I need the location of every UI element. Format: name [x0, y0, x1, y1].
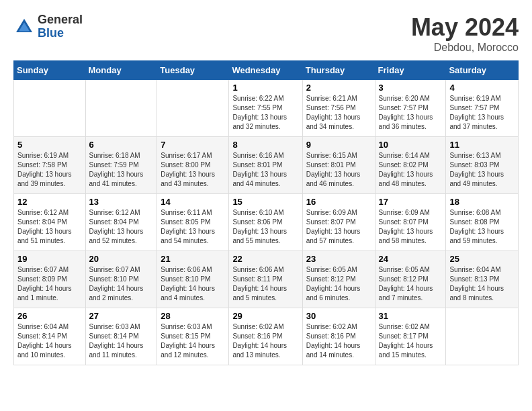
- day-number: 13: [89, 197, 154, 207]
- calendar-cell: 27Sunrise: 6:03 AMSunset: 8:14 PMDayligh…: [85, 308, 157, 365]
- weekday-header-sunday: Sunday: [14, 61, 86, 80]
- calendar-cell: 8Sunrise: 6:16 AMSunset: 8:01 PMDaylight…: [229, 137, 302, 194]
- calendar-cell: 28Sunrise: 6:03 AMSunset: 8:15 PMDayligh…: [157, 308, 229, 365]
- day-info: Sunrise: 6:03 AMSunset: 8:14 PMDaylight:…: [89, 322, 154, 360]
- logo: General Blue: [13, 13, 83, 40]
- title-block: May 2024 Debdou, Morocco: [411, 13, 519, 54]
- calendar-cell: 12Sunrise: 6:12 AMSunset: 8:04 PMDayligh…: [14, 194, 86, 251]
- logo-blue-text: Blue: [38, 27, 83, 40]
- calendar-cell: 3Sunrise: 6:20 AMSunset: 7:57 PMDaylight…: [375, 80, 446, 137]
- day-info: Sunrise: 6:07 AMSunset: 8:10 PMDaylight:…: [89, 265, 154, 303]
- day-number: 26: [17, 311, 82, 321]
- calendar-cell: 7Sunrise: 6:17 AMSunset: 8:00 PMDaylight…: [157, 137, 229, 194]
- day-info: Sunrise: 6:12 AMSunset: 8:04 PMDaylight:…: [89, 208, 154, 246]
- day-info: Sunrise: 6:15 AMSunset: 8:01 PMDaylight:…: [306, 151, 371, 189]
- day-number: 1: [232, 83, 298, 93]
- calendar-table: SundayMondayTuesdayWednesdayThursdayFrid…: [13, 60, 519, 365]
- calendar-week-row: 5Sunrise: 6:19 AMSunset: 7:58 PMDaylight…: [14, 137, 519, 194]
- day-info: Sunrise: 6:05 AMSunset: 8:12 PMDaylight:…: [379, 265, 443, 303]
- day-number: 18: [449, 197, 515, 207]
- day-number: 23: [306, 254, 371, 264]
- calendar-cell: 4Sunrise: 6:19 AMSunset: 7:57 PMDaylight…: [446, 80, 519, 137]
- day-info: Sunrise: 6:05 AMSunset: 8:12 PMDaylight:…: [306, 265, 371, 303]
- day-info: Sunrise: 6:22 AMSunset: 7:55 PMDaylight:…: [232, 94, 298, 132]
- day-info: Sunrise: 6:08 AMSunset: 8:08 PMDaylight:…: [449, 208, 515, 246]
- day-number: 25: [449, 254, 515, 264]
- day-number: 9: [306, 140, 371, 150]
- day-info: Sunrise: 6:18 AMSunset: 7:59 PMDaylight:…: [89, 151, 154, 189]
- calendar-cell: 13Sunrise: 6:12 AMSunset: 8:04 PMDayligh…: [85, 194, 157, 251]
- day-number: 15: [232, 197, 298, 207]
- day-number: 17: [379, 197, 443, 207]
- day-info: Sunrise: 6:16 AMSunset: 8:01 PMDaylight:…: [232, 151, 298, 189]
- day-info: Sunrise: 6:09 AMSunset: 8:07 PMDaylight:…: [379, 208, 443, 246]
- logo-general-text: General: [38, 13, 83, 27]
- calendar-week-row: 12Sunrise: 6:12 AMSunset: 8:04 PMDayligh…: [14, 194, 519, 251]
- day-info: Sunrise: 6:07 AMSunset: 8:09 PMDaylight:…: [17, 265, 82, 303]
- day-info: Sunrise: 6:17 AMSunset: 8:00 PMDaylight:…: [161, 151, 225, 189]
- weekday-header-monday: Monday: [85, 61, 157, 80]
- day-info: Sunrise: 6:20 AMSunset: 7:57 PMDaylight:…: [379, 94, 443, 132]
- calendar-cell: 16Sunrise: 6:09 AMSunset: 8:07 PMDayligh…: [302, 194, 375, 251]
- day-info: Sunrise: 6:02 AMSunset: 8:16 PMDaylight:…: [306, 322, 371, 360]
- day-info: Sunrise: 6:06 AMSunset: 8:10 PMDaylight:…: [161, 265, 225, 303]
- day-info: Sunrise: 6:04 AMSunset: 8:14 PMDaylight:…: [17, 322, 82, 360]
- day-number: 30: [306, 311, 371, 321]
- day-info: Sunrise: 6:06 AMSunset: 8:11 PMDaylight:…: [232, 265, 298, 303]
- calendar-week-row: 1Sunrise: 6:22 AMSunset: 7:55 PMDaylight…: [14, 80, 519, 137]
- day-info: Sunrise: 6:12 AMSunset: 8:04 PMDaylight:…: [17, 208, 82, 246]
- calendar-cell: 18Sunrise: 6:08 AMSunset: 8:08 PMDayligh…: [446, 194, 519, 251]
- day-info: Sunrise: 6:14 AMSunset: 8:02 PMDaylight:…: [379, 151, 443, 189]
- day-number: 2: [306, 83, 371, 93]
- calendar-cell: [14, 80, 86, 137]
- day-number: 28: [161, 311, 225, 321]
- day-number: 3: [379, 83, 443, 93]
- day-number: 5: [17, 140, 82, 150]
- calendar-cell: 22Sunrise: 6:06 AMSunset: 8:11 PMDayligh…: [229, 251, 302, 308]
- day-info: Sunrise: 6:13 AMSunset: 8:03 PMDaylight:…: [449, 151, 515, 189]
- day-info: Sunrise: 6:19 AMSunset: 7:58 PMDaylight:…: [17, 151, 82, 189]
- calendar-cell: 19Sunrise: 6:07 AMSunset: 8:09 PMDayligh…: [14, 251, 86, 308]
- calendar-cell: 1Sunrise: 6:22 AMSunset: 7:55 PMDaylight…: [229, 80, 302, 137]
- day-info: Sunrise: 6:19 AMSunset: 7:57 PMDaylight:…: [449, 94, 515, 132]
- day-number: 29: [232, 311, 298, 321]
- day-number: 21: [161, 254, 225, 264]
- day-number: 20: [89, 254, 154, 264]
- calendar-cell: 15Sunrise: 6:10 AMSunset: 8:06 PMDayligh…: [229, 194, 302, 251]
- logo-text: General Blue: [38, 13, 83, 40]
- day-number: 16: [306, 197, 371, 207]
- calendar-week-row: 19Sunrise: 6:07 AMSunset: 8:09 PMDayligh…: [14, 251, 519, 308]
- month-title: May 2024: [411, 13, 519, 42]
- calendar-cell: 29Sunrise: 6:02 AMSunset: 8:16 PMDayligh…: [229, 308, 302, 365]
- day-info: Sunrise: 6:21 AMSunset: 7:56 PMDaylight:…: [306, 94, 371, 132]
- logo-icon: [13, 16, 35, 38]
- calendar-cell: 31Sunrise: 6:02 AMSunset: 8:17 PMDayligh…: [375, 308, 446, 365]
- calendar-cell: 23Sunrise: 6:05 AMSunset: 8:12 PMDayligh…: [302, 251, 375, 308]
- day-number: 27: [89, 311, 154, 321]
- day-info: Sunrise: 6:11 AMSunset: 8:05 PMDaylight:…: [161, 208, 225, 246]
- calendar-cell: 14Sunrise: 6:11 AMSunset: 8:05 PMDayligh…: [157, 194, 229, 251]
- day-info: Sunrise: 6:03 AMSunset: 8:15 PMDaylight:…: [161, 322, 225, 360]
- day-number: 31: [379, 311, 443, 321]
- weekday-header-tuesday: Tuesday: [157, 61, 229, 80]
- calendar-cell: 25Sunrise: 6:04 AMSunset: 8:13 PMDayligh…: [446, 251, 519, 308]
- calendar-cell: 21Sunrise: 6:06 AMSunset: 8:10 PMDayligh…: [157, 251, 229, 308]
- day-number: 19: [17, 254, 82, 264]
- day-info: Sunrise: 6:09 AMSunset: 8:07 PMDaylight:…: [306, 208, 371, 246]
- day-info: Sunrise: 6:02 AMSunset: 8:17 PMDaylight:…: [379, 322, 443, 360]
- calendar-cell: [157, 80, 229, 137]
- day-info: Sunrise: 6:02 AMSunset: 8:16 PMDaylight:…: [232, 322, 298, 360]
- calendar-cell: 10Sunrise: 6:14 AMSunset: 8:02 PMDayligh…: [375, 137, 446, 194]
- calendar-cell: 20Sunrise: 6:07 AMSunset: 8:10 PMDayligh…: [85, 251, 157, 308]
- calendar-cell: 6Sunrise: 6:18 AMSunset: 7:59 PMDaylight…: [85, 137, 157, 194]
- location: Debdou, Morocco: [411, 42, 519, 54]
- calendar-cell: 11Sunrise: 6:13 AMSunset: 8:03 PMDayligh…: [446, 137, 519, 194]
- weekday-header-friday: Friday: [375, 61, 446, 80]
- calendar-cell: 24Sunrise: 6:05 AMSunset: 8:12 PMDayligh…: [375, 251, 446, 308]
- day-number: 14: [161, 197, 225, 207]
- day-number: 7: [161, 140, 225, 150]
- weekday-header-saturday: Saturday: [446, 61, 519, 80]
- day-info: Sunrise: 6:04 AMSunset: 8:13 PMDaylight:…: [449, 265, 515, 303]
- calendar-week-row: 26Sunrise: 6:04 AMSunset: 8:14 PMDayligh…: [14, 308, 519, 365]
- day-number: 11: [449, 140, 515, 150]
